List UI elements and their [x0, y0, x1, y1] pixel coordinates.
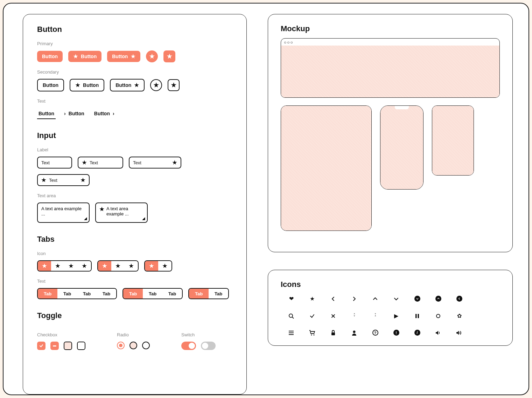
text-tabs-4: Tab Tab Tab Tab	[37, 288, 117, 299]
svg-point-10	[353, 330, 356, 333]
resize-handle-icon: ◢	[84, 216, 87, 221]
checkbox-tinted[interactable]	[64, 342, 72, 350]
lock-icon	[323, 330, 344, 336]
chevron-left-icon	[323, 295, 344, 302]
circle-chevron-up-icon	[428, 295, 449, 302]
text-button[interactable]: Button	[37, 108, 56, 119]
text-button-icon-right[interactable]: Button›	[93, 108, 116, 119]
play-icon: ▶	[386, 313, 407, 319]
primary-button-icon-left[interactable]: Button	[68, 51, 102, 62]
tab-label: Tab	[63, 291, 71, 296]
star-icon	[149, 263, 154, 268]
textarea-value: A text area example ...	[41, 206, 85, 219]
tab-icon[interactable]	[158, 261, 172, 271]
tab-text[interactable]: Tab	[143, 289, 162, 298]
toggle-section-title: Toggle	[37, 311, 232, 320]
mock-content	[432, 106, 474, 175]
icon-tabs-3	[97, 260, 139, 272]
tab-icon[interactable]	[125, 261, 138, 271]
input-value: Text	[133, 160, 141, 165]
input-value: Text	[90, 160, 98, 165]
textarea[interactable]: A text area example ... ◢	[37, 203, 90, 223]
mock-content	[281, 46, 499, 97]
switch-off[interactable]	[201, 342, 216, 350]
resize-handle-icon: ◢	[142, 216, 145, 221]
help-icon: ?	[365, 330, 386, 336]
text-input-icon-right[interactable]: Text	[129, 157, 181, 169]
star-icon	[69, 263, 74, 268]
button-label: Button	[38, 111, 54, 116]
button-label: Button	[115, 82, 131, 88]
mock-content	[380, 106, 423, 189]
tab-label: Tab	[129, 291, 137, 296]
tab-icon[interactable]	[111, 261, 125, 271]
text-button-icon-left[interactable]: ›Button	[63, 108, 86, 119]
switch-label: Switch	[181, 332, 216, 337]
tab-icon-active[interactable]	[38, 261, 51, 271]
secondary-button-icon-right[interactable]: Button	[110, 79, 145, 91]
tab-icon-active[interactable]	[145, 261, 158, 271]
close-icon	[323, 313, 344, 319]
primary-button[interactable]: Button	[37, 51, 63, 62]
star-icon	[167, 54, 172, 59]
radio-selected[interactable]	[117, 342, 125, 349]
star-icon	[82, 263, 87, 268]
tab-text[interactable]: Tab	[57, 289, 77, 298]
heart-icon: ❤	[281, 295, 302, 302]
text-input[interactable]: Text	[37, 157, 72, 169]
radio-dot-icon	[119, 344, 122, 347]
volume-up-icon	[449, 330, 470, 336]
radio-unselected[interactable]	[142, 342, 150, 349]
button-label: Button	[81, 54, 97, 59]
secondary-icon-button-square[interactable]	[168, 79, 180, 91]
components-panel: Button Primary Button Button Button Seco…	[23, 14, 247, 394]
mockup-section-title: Mockup	[281, 24, 500, 33]
tab-icon[interactable]	[78, 261, 91, 271]
icon-grid: ❤ ★ ˄˅ ˅˄ ▶ ✿	[281, 295, 500, 336]
tab-icon[interactable]	[51, 261, 64, 271]
primary-icon-button-circle[interactable]	[146, 50, 158, 62]
user-icon	[344, 330, 365, 336]
svg-rect-3	[418, 314, 419, 318]
button-label: Button	[42, 54, 58, 59]
tab-icon[interactable]	[64, 261, 78, 271]
checkbox-checked[interactable]	[37, 342, 46, 350]
checkbox-indeterminate[interactable]	[50, 342, 59, 350]
button-label: Button	[69, 111, 84, 116]
primary-icon-button-square[interactable]	[163, 50, 175, 62]
input-section-title: Input	[37, 131, 232, 140]
textarea-label: Text area	[37, 193, 232, 198]
tab-label: Tab	[215, 291, 222, 296]
tab-text[interactable]: Tab	[97, 289, 116, 298]
secondary-icon-button-circle[interactable]	[150, 79, 162, 91]
text-input-icon-both[interactable]: Text	[37, 174, 90, 186]
tab-text-active[interactable]: Tab	[123, 289, 143, 298]
radio-tinted[interactable]	[130, 342, 137, 349]
tab-text[interactable]: Tab	[209, 289, 228, 298]
tab-icon-active[interactable]	[98, 261, 111, 271]
input-value: Text	[41, 160, 50, 165]
star-icon	[134, 83, 139, 88]
chevron-right-icon: ›	[113, 111, 114, 116]
secondary-button[interactable]: Button	[37, 79, 64, 91]
tabs-icon-label: Icon	[37, 251, 232, 256]
secondary-button-icon-left[interactable]: Button	[70, 79, 104, 91]
tab-text[interactable]: Tab	[162, 289, 182, 298]
tab-text[interactable]: Tab	[77, 289, 97, 298]
switch-on[interactable]	[181, 342, 196, 350]
text-input-icon-left[interactable]: Text	[78, 157, 123, 169]
primary-button-icon-right[interactable]: Button	[107, 51, 140, 62]
checkbox-unchecked[interactable]	[77, 342, 85, 350]
textarea-with-icon[interactable]: A text area example ... ◢	[95, 203, 148, 223]
tab-text-active[interactable]: Tab	[189, 289, 209, 298]
minus-icon	[53, 345, 56, 346]
gear-icon: ✿	[449, 313, 470, 319]
mockup-panel: Mockup ○○○	[268, 14, 513, 252]
text-tabs-2: Tab Tab	[188, 288, 229, 299]
chevron-up-icon	[365, 295, 386, 302]
chevron-down-icon	[386, 295, 407, 302]
tab-label: Tab	[168, 291, 176, 296]
tab-label: Tab	[103, 291, 110, 296]
star-icon	[102, 263, 107, 268]
tab-text-active[interactable]: Tab	[38, 289, 57, 298]
